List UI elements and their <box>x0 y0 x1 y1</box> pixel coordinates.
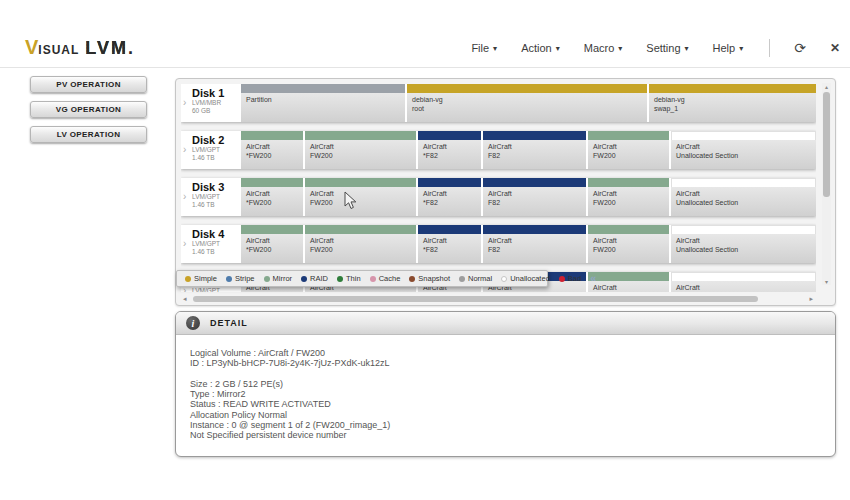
disk-section[interactable]: AirCraftFW200 <box>588 272 669 292</box>
section-label-1: AirCraft <box>310 236 416 245</box>
section-color-bar <box>588 131 669 140</box>
disk-section[interactable]: AirCraftFW200 <box>588 225 669 263</box>
mouse-cursor <box>344 191 357 210</box>
logo-v: V <box>25 36 38 58</box>
scroll-left-icon[interactable]: ◂ <box>183 295 187 303</box>
disk-section[interactable]: AirCraftFW200 <box>305 178 416 216</box>
disk-section[interactable]: AirCraftUnallocated Section <box>671 131 816 169</box>
section-color-bar <box>418 131 481 140</box>
section-body: AirCraftF82 <box>483 187 586 216</box>
detail-line: Size : 2 GB / 512 PE(s) <box>190 379 821 389</box>
menu-file[interactable]: File▾ <box>471 42 497 54</box>
horizontal-scroll-thumb[interactable] <box>193 296 758 302</box>
disk-section[interactable]: AirCraftF82 <box>483 131 586 169</box>
disk-tab-4[interactable]: ›Disk 4LVM/GPT1.46 TB <box>181 225 241 263</box>
disk-section[interactable]: debian-vgroot <box>407 84 647 122</box>
section-color-bar <box>671 272 816 281</box>
disk-section[interactable]: AirCraftFW200 <box>305 131 416 169</box>
section-label-1: AirCraft <box>246 236 303 245</box>
expander-chevron-icon[interactable]: › <box>183 238 186 249</box>
disk-section[interactable]: AirCraft*F82 <box>418 131 481 169</box>
section-label-1: Partition <box>246 95 405 104</box>
scroll-up-icon[interactable]: ▴ <box>822 83 831 90</box>
detail-body: Logical Volume : AirCraft / FW200ID : LP… <box>176 335 835 441</box>
scroll-right-icon[interactable]: ▸ <box>809 295 813 303</box>
expander-chevron-icon[interactable]: › <box>183 97 186 108</box>
sidebar-button-pv[interactable]: PV OPERATION <box>30 76 147 93</box>
disk-tab-1[interactable]: ›Disk 1LVM/MBR60 GB <box>181 84 241 122</box>
disk-name: Disk 4 <box>192 228 239 240</box>
disk-section[interactable]: AirCraftFW200 <box>305 225 416 263</box>
disk-rows: ›Disk 1LVM/MBR60 GBPartitiondebian-vgroo… <box>181 84 816 292</box>
legend-collapse-icon[interactable]: « <box>590 273 596 284</box>
section-color-bar <box>305 225 416 234</box>
close-icon[interactable]: ✕ <box>830 41 840 55</box>
disk-section[interactable]: AirCraftUnallocated Section <box>671 272 816 292</box>
disk-section[interactable]: AirCraftF82 <box>483 225 586 263</box>
menu-action[interactable]: Action▾ <box>521 42 560 54</box>
vertical-scroll-thumb[interactable] <box>823 92 830 197</box>
disk-section[interactable]: AirCraft*FW200 <box>241 178 303 216</box>
disk-section[interactable]: AirCraft*F82 <box>418 178 481 216</box>
disk-sections: AirCraft*FW200AirCraftFW200AirCraft*F82A… <box>241 178 816 216</box>
section-body: AirCraftFW200 <box>305 140 416 169</box>
section-body: AirCraftF82 <box>483 234 586 263</box>
sidebar-button-lv[interactable]: LV OPERATION <box>30 126 147 143</box>
horizontal-scrollbar[interactable]: ◂ ▸ <box>183 295 813 303</box>
menu-help[interactable]: Help▾ <box>713 42 744 54</box>
disk-section[interactable]: AirCraftFW200 <box>588 178 669 216</box>
refresh-icon[interactable]: ⟳ <box>794 41 806 55</box>
section-label-1: AirCraft <box>310 189 416 198</box>
legend-item-bad: Bad <box>559 274 581 283</box>
disk-section[interactable]: debian-vgswap_1 <box>649 84 816 122</box>
legend-label: Cache <box>379 274 401 283</box>
menu-setting[interactable]: Setting▾ <box>646 42 688 54</box>
section-body: AirCraft*FW200 <box>241 140 303 169</box>
disk-name: Disk 2 <box>192 134 239 146</box>
disk-tab-3[interactable]: ›Disk 3LVM/GPT1.46 TB <box>181 178 241 216</box>
disk-section[interactable]: AirCraft*FW200 <box>241 225 303 263</box>
section-color-bar <box>483 131 586 140</box>
section-body: AirCraftUnallocated Section <box>671 140 816 169</box>
section-body: AirCraftF82 <box>483 140 586 169</box>
section-body: AirCraft*F82 <box>418 187 481 216</box>
disk-section[interactable]: AirCraftUnallocated Section <box>671 225 816 263</box>
detail-line <box>190 369 821 379</box>
disk-section[interactable]: AirCraft*F82 <box>418 225 481 263</box>
detail-title: DETAIL <box>210 318 248 328</box>
disk-section[interactable]: AirCraft*FW200 <box>241 131 303 169</box>
expander-chevron-icon[interactable]: › <box>183 144 186 155</box>
section-label-2: *FW200 <box>246 245 303 254</box>
legend-dot-icon <box>370 276 376 282</box>
sidebar-button-vg[interactable]: VG OPERATION <box>30 101 147 118</box>
expander-chevron-icon[interactable]: › <box>183 191 186 202</box>
section-color-bar <box>588 272 669 281</box>
section-body: AirCraftUnallocated Section <box>671 234 816 263</box>
vertical-scrollbar[interactable]: ▴ ▾ <box>822 83 831 285</box>
disk-section[interactable]: Partition <box>241 84 405 122</box>
visual-lvm-window: VISUALLVM. File▾Action▾Macro▾Setting▾Hel… <box>0 0 850 500</box>
legend-label: Stripe <box>235 274 255 283</box>
disk-section[interactable]: AirCraftUnallocated Section <box>671 178 816 216</box>
section-label-1: AirCraft <box>676 189 816 198</box>
section-body: AirCraftFW200 <box>588 281 669 292</box>
scroll-down-icon[interactable]: ▾ <box>822 278 831 285</box>
disk-sections: AirCraft*FW200AirCraftFW200AirCraft*F82A… <box>241 225 816 263</box>
legend-dot-icon <box>185 276 191 282</box>
section-color-bar <box>418 225 481 234</box>
logo-dot: . <box>128 38 133 58</box>
section-label-2: Unallocated Section <box>676 198 816 207</box>
disk-section[interactable]: AirCraftF82 <box>483 178 586 216</box>
caret-down-icon: ▾ <box>556 44 560 53</box>
legend-label: Mirror <box>273 274 293 283</box>
section-body: AirCraftFW200 <box>588 187 669 216</box>
section-label-2: *F82 <box>423 151 481 160</box>
disk-section[interactable]: AirCraftFW200 <box>588 131 669 169</box>
section-color-bar <box>671 131 816 140</box>
disk-tab-2[interactable]: ›Disk 2LVM/GPT1.46 TB <box>181 131 241 169</box>
section-label-2: FW200 <box>310 245 416 254</box>
menu-macro[interactable]: Macro▾ <box>584 42 623 54</box>
detail-panel: i DETAIL Logical Volume : AirCraft / FW2… <box>175 311 836 457</box>
disk-scheme: LVM/GPT <box>192 146 239 154</box>
section-label-2: swap_1 <box>654 104 816 113</box>
